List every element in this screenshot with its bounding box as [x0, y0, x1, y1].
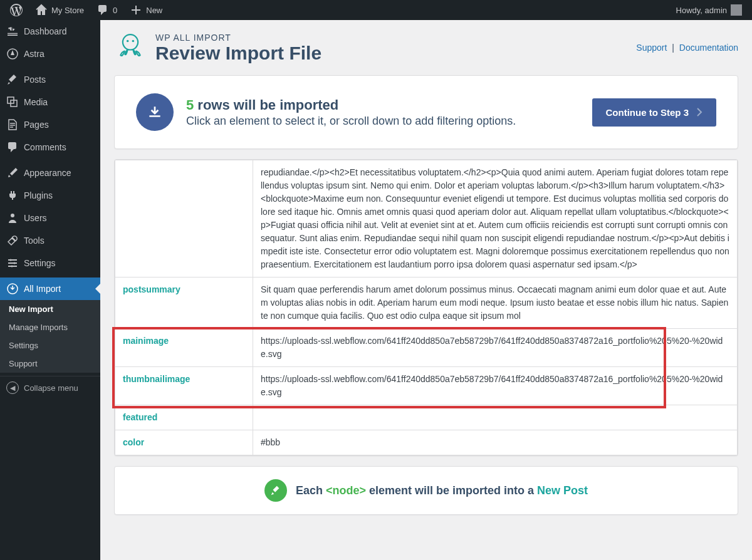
pin-icon	[6, 73, 19, 86]
brand-text: WP ALL IMPORT	[155, 33, 321, 43]
sidebar-item-media[interactable]: Media	[0, 91, 100, 113]
header-links: Support | Documentation	[636, 43, 738, 53]
collapse-icon: ◀	[6, 381, 19, 394]
sidebar-item-dashboard[interactable]: Dashboard	[0, 20, 100, 43]
field-key[interactable]: thumbnailimage	[115, 367, 253, 405]
comment-icon	[97, 4, 109, 16]
brush-icon	[6, 167, 19, 179]
chevron-right-icon	[696, 108, 702, 117]
sidebar-item-tools[interactable]: Tools	[0, 229, 100, 252]
sidebar-item-pages[interactable]: Pages	[0, 113, 100, 136]
sidebar-item-comments[interactable]: Comments	[0, 136, 100, 158]
submenu-manage-imports[interactable]: Manage Imports	[0, 318, 100, 336]
sidebar-item-appearance[interactable]: Appearance	[0, 162, 100, 184]
home-icon	[35, 4, 48, 16]
table-row[interactable]: repudiandae.</p><h2>Et necessitatibus vo…	[115, 160, 738, 277]
import-icon	[6, 283, 19, 295]
support-link[interactable]: Support	[636, 43, 667, 53]
link-separator: |	[672, 43, 674, 53]
sidebar-label: Settings	[24, 258, 56, 268]
page-header: WP ALL IMPORT Review Import File Support…	[114, 31, 738, 64]
comments-count: 0	[113, 6, 117, 15]
continue-button[interactable]: Continue to Step 3	[592, 98, 717, 127]
field-value[interactable]: https://uploads-ssl.webflow.com/641ff240…	[253, 367, 738, 405]
svg-point-1	[11, 214, 14, 217]
table-row[interactable]: featured	[115, 405, 738, 430]
sidebar-label: Astra	[24, 49, 44, 59]
row-count: 5	[186, 97, 194, 113]
wp-logo[interactable]	[5, 0, 28, 20]
wordpress-icon	[10, 4, 23, 16]
table-row[interactable]: color#bbb	[115, 430, 738, 455]
sliders-icon	[6, 257, 19, 269]
field-key[interactable]: featured	[115, 405, 253, 430]
row-count-suffix: rows will be imported	[194, 97, 338, 113]
sidebar-item-settings[interactable]: Settings	[0, 252, 100, 274]
admin-topbar: My Store 0 New Howdy, admin	[0, 0, 752, 20]
sidebar-label: Tools	[24, 236, 44, 246]
submenu-all-import: New Import Manage Imports Settings Suppo…	[0, 300, 100, 373]
field-key[interactable]: color	[115, 430, 253, 455]
user-icon	[6, 212, 19, 224]
table-row[interactable]: postsummarySit quam quae perferendis har…	[115, 277, 738, 329]
sidebar-label: Pages	[24, 120, 49, 130]
site-name: My Store	[51, 6, 84, 15]
documentation-link[interactable]: Documentation	[679, 43, 738, 53]
field-key[interactable]: mainimage	[115, 329, 253, 367]
data-preview-panel: repudiandae.</p><h2>Et necessitatibus vo…	[114, 159, 738, 456]
field-value[interactable]: Sit quam quae perferendis harum amet dol…	[253, 277, 738, 329]
svg-point-6	[123, 34, 138, 49]
comment-icon	[6, 141, 19, 153]
media-icon	[6, 96, 19, 108]
table-row[interactable]: mainimagehttps://uploads-ssl.webflow.com…	[115, 329, 738, 367]
svg-point-3	[14, 262, 16, 264]
wpai-logo-icon	[114, 31, 147, 64]
new-label: New	[146, 6, 162, 15]
field-value[interactable]: #bbb	[253, 430, 738, 455]
footer-newpost-link[interactable]: New Post	[537, 484, 588, 497]
avatar	[731, 4, 742, 16]
sidebar-item-users[interactable]: Users	[0, 207, 100, 229]
summary-panel: 5 rows will be imported Click an element…	[114, 75, 738, 149]
howdy-text: Howdy, admin	[676, 6, 727, 15]
collapse-label: Collapse menu	[24, 383, 78, 393]
pin-circle-icon	[264, 479, 287, 502]
sidebar-item-plugins[interactable]: Plugins	[0, 184, 100, 207]
sidebar-item-astra[interactable]: Astra	[0, 43, 100, 65]
footer-mid: element will be imported into a	[366, 484, 537, 497]
svg-point-8	[132, 40, 134, 42]
dashboard-icon	[6, 25, 19, 38]
submenu-settings[interactable]: Settings	[0, 336, 100, 355]
sidebar-item-posts[interactable]: Posts	[0, 68, 100, 91]
astra-icon	[6, 48, 19, 60]
field-value[interactable]: https://uploads-ssl.webflow.com/641ff240…	[253, 329, 738, 367]
continue-label: Continue to Step 3	[606, 107, 689, 118]
site-home-link[interactable]: My Store	[30, 0, 89, 20]
new-content-link[interactable]: New	[125, 0, 167, 20]
download-circle-icon	[136, 93, 174, 131]
field-value[interactable]: repudiandae.</p><h2>Et necessitatibus vo…	[253, 160, 738, 277]
sidebar-label: Media	[24, 97, 48, 107]
account-link[interactable]: Howdy, admin	[671, 0, 747, 20]
admin-sidebar: Dashboard Astra Posts Media Pages Commen…	[0, 20, 100, 560]
table-row[interactable]: thumbnailimagehttps://uploads-ssl.webflo…	[115, 367, 738, 405]
footer-text: Each <node> element will be imported int…	[296, 484, 588, 497]
svg-point-4	[11, 266, 13, 267]
sidebar-item-all-import[interactable]: All Import	[0, 277, 100, 300]
submenu-new-import[interactable]: New Import	[0, 300, 100, 318]
sidebar-label: Posts	[24, 75, 46, 85]
svg-point-2	[10, 259, 12, 261]
sidebar-label: Appearance	[24, 168, 71, 178]
collapse-menu[interactable]: ◀ Collapse menu	[0, 376, 100, 399]
comments-link[interactable]: 0	[91, 0, 122, 20]
sidebar-label: All Import	[24, 284, 61, 294]
field-key[interactable]	[115, 160, 253, 277]
sidebar-label: Plugins	[24, 190, 53, 200]
field-key[interactable]: postsummary	[115, 277, 253, 329]
page-title: Review Import File	[155, 43, 321, 63]
summary-heading: 5 rows will be imported	[186, 97, 580, 113]
sidebar-label: Dashboard	[24, 26, 67, 36]
field-value[interactable]	[253, 405, 738, 430]
main-content: WP ALL IMPORT Review Import File Support…	[100, 20, 752, 560]
submenu-support[interactable]: Support	[0, 355, 100, 373]
